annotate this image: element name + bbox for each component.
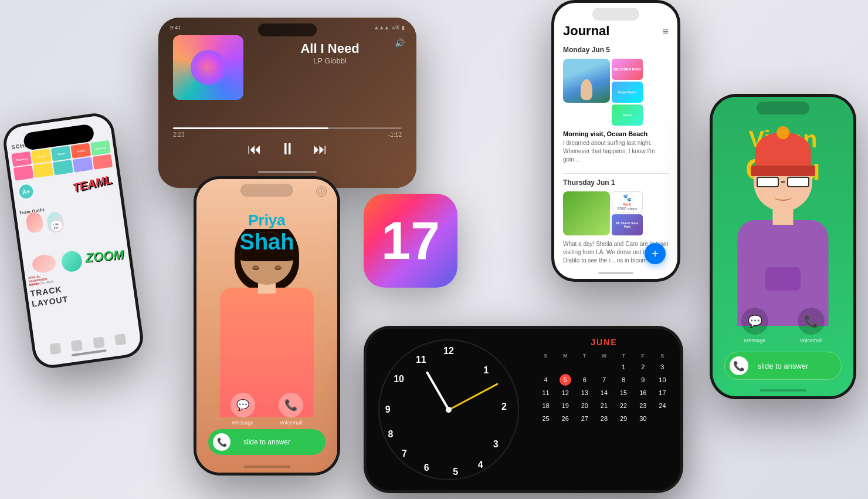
priya-right-eye (274, 265, 282, 270)
journal-add-button[interactable]: + (645, 243, 666, 264)
cal-day-16: 16 (637, 387, 649, 399)
music-progress-fill (173, 127, 328, 129)
schedule-cell: Design (51, 146, 72, 161)
vivian-glasses (757, 176, 809, 188)
clock-face: 12 1 2 3 4 5 6 7 8 9 10 11 (378, 339, 519, 480)
schedule-cell: Done Day (90, 140, 111, 156)
watch-screen: 12 1 2 3 4 5 6 7 8 9 10 11 (367, 329, 680, 490)
journal-menu-icon[interactable]: ≡ (662, 25, 669, 38)
journal-home-bar (598, 272, 633, 274)
cal-header-w: W (595, 352, 613, 360)
music-remaining-time: -1:12 (388, 132, 402, 138)
decoder-label: DECODER RING (613, 68, 641, 71)
journal-photo-beach2: Beach (612, 104, 643, 126)
schedule-cell (13, 166, 34, 181)
cal-day-28: 28 (598, 413, 610, 424)
journal-park-card: Mt. Diablo State Park (612, 214, 643, 235)
cal-day-1: 1 (618, 361, 629, 373)
cal-day-12: 12 (560, 387, 571, 399)
cal-header-t1: T (575, 352, 594, 360)
cal-day-18: 18 (540, 400, 552, 412)
vivian-phone-icon: 📞 (730, 356, 748, 375)
vivian-left-glass (757, 177, 779, 187)
vivian-action-buttons: 💬 Message 📞 Voicemail (713, 308, 853, 343)
vivian-slide-to-answer[interactable]: 📞 slide to answer (724, 352, 842, 380)
priya-voicemail-label: Voicemail (280, 420, 303, 426)
phone-journal: Journal ≡ Monday Jun 5 DECODER RING Ocea… (551, 0, 680, 282)
battery-icon: ▮ (402, 25, 405, 31)
cal-day-26: 26 (560, 413, 571, 424)
journal-photos-1: DECODER RING Ocean Beach Beach (554, 59, 677, 130)
clock-7: 7 (402, 449, 407, 459)
priya-slide-to-answer[interactable]: 📞 slide to answer (208, 429, 326, 455)
watch-calendar-area: JUNE S M T W T F S - - - - 1 2 3 (531, 329, 680, 490)
cal-day-23: 23 (637, 400, 649, 412)
sticker-derby: ANNUALSCRAPBOOKDERBY (28, 274, 49, 286)
priya-illustration (208, 229, 326, 417)
music-album-art (173, 35, 243, 100)
journal-photo-decoder: DECODER RING (612, 59, 643, 80)
steps-label: Walk (623, 203, 632, 206)
vivian-background: Vivian Chou (713, 97, 853, 396)
scooter-figure (31, 254, 57, 274)
signal-icon: ▲▲▲ (374, 25, 389, 31)
vivian-smile (774, 194, 792, 201)
priya-info-button[interactable]: ⓘ (316, 186, 327, 197)
schedule-cell (73, 157, 93, 172)
cal-header-s1: S (537, 352, 555, 360)
cal-header-s2: S (653, 352, 672, 360)
cal-day-11: 11 (540, 387, 552, 399)
ios17-icon: 17 (364, 194, 457, 288)
cal-day-7: 7 (598, 374, 610, 386)
priya-voicemail-action[interactable]: 📞 Voicemail (279, 393, 303, 426)
beach-label: Beach (623, 113, 632, 117)
journal-photo-green (563, 191, 610, 235)
journal-date-2: Thursday Jun 1 (554, 176, 677, 191)
cal-day-8: 8 (618, 374, 629, 386)
ios17-number: 17 (381, 214, 440, 267)
music-time-status: 9:41 (170, 25, 181, 31)
watch-clock-area: 12 1 2 3 4 5 6 7 8 9 10 11 (367, 329, 531, 490)
vivian-message-action[interactable]: 💬 Message (741, 308, 768, 343)
pause-button[interactable]: ⏸ (279, 139, 296, 159)
journal-entry-1-body: I dreamed about surfing last night. When… (563, 139, 669, 164)
journal-photo-beach (563, 59, 610, 103)
phone-priya: ⓘ Priya Shah (194, 176, 340, 476)
cal-day-29: 29 (618, 413, 629, 424)
cal-day-6: 6 (579, 374, 591, 386)
bottom-icon-4 (114, 333, 126, 345)
album-center (191, 50, 226, 85)
cal-day-14: 14 (598, 387, 610, 399)
cal-header-f: F (634, 352, 652, 360)
phone-journal-screen: Journal ≡ Monday Jun 5 DECODER RING Ocea… (554, 3, 677, 279)
steps-icon: 🐾 (623, 194, 632, 202)
priya-notch (240, 184, 293, 197)
fast-forward-button[interactable]: ⏭ (313, 141, 327, 157)
journal-entry-1: Morning visit, Ocean Beach I dreamed abo… (554, 130, 677, 171)
priya-message-action[interactable]: 💬 Message (230, 393, 255, 426)
cal-day-2: 2 (637, 361, 649, 373)
journal-title: Journal (563, 23, 609, 39)
journal-photos-2-grid: 🐾 Walk 9560 steps Mt. Diablo State Park (612, 191, 643, 235)
vivian-voicemail-action[interactable]: 📞 Voicemail (798, 308, 825, 343)
vivian-hat-pompom (777, 126, 789, 139)
clock-6: 6 (424, 463, 429, 473)
cal-day-empty-4: - (598, 361, 610, 373)
journal-photo-person (581, 79, 592, 100)
clock-circle: 12 1 2 3 4 5 6 7 8 9 10 11 (378, 339, 519, 480)
music-title: All I Need (255, 41, 405, 56)
music-progress[interactable]: 2:23 -1:12 (173, 127, 402, 138)
journal-photos-grid: DECODER RING Ocean Beach Beach (612, 59, 643, 126)
cal-day-25: 25 (540, 413, 552, 424)
cal-day-5-today: 5 (560, 374, 571, 386)
sticker-zoom: ZOOM (84, 247, 124, 266)
clock-11: 11 (416, 355, 426, 365)
vivian-voicemail-label: Voicemail (800, 338, 823, 343)
journal-photo-ocean: Ocean Beach (612, 82, 643, 103)
rewind-button[interactable]: ⏮ (247, 141, 262, 157)
cal-day-30: 30 (637, 413, 649, 424)
music-progress-bar (173, 127, 402, 129)
sticker-teaml: TEAML (71, 173, 113, 195)
priya-first-name: Priya (196, 211, 337, 230)
clock-9: 9 (385, 404, 391, 415)
